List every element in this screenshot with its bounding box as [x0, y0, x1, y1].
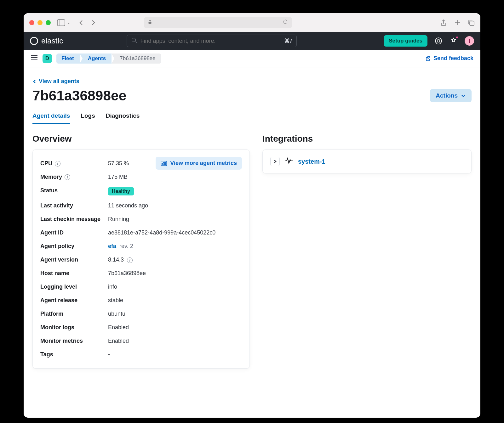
- overview-panel: View more agent metrics CPUi57.35 %Memor…: [32, 149, 250, 369]
- overview-label: Agent policy: [40, 243, 108, 250]
- info-icon[interactable]: i: [127, 257, 133, 263]
- breadcrumb-fleet[interactable]: Fleet: [56, 54, 80, 64]
- svg-rect-18: [162, 163, 163, 165]
- overview-row: Agent releasestable: [40, 294, 242, 307]
- send-feedback-link[interactable]: Send feedback: [425, 55, 473, 62]
- overview-row: Agent IDae88181e-a752-4a8d-999a-4cec0450…: [40, 226, 242, 240]
- overview-value: stable: [108, 297, 242, 304]
- view-more-metrics-button[interactable]: View more agent metrics: [156, 157, 242, 170]
- share-icon[interactable]: [440, 19, 447, 26]
- overview-value: 8.14.3i: [108, 257, 242, 263]
- search-shortcut: ⌘/: [284, 37, 292, 44]
- user-avatar[interactable]: T: [465, 36, 474, 46]
- overview-value: 175 MB: [108, 174, 151, 180]
- overview-row: Monitor metricsEnabled: [40, 334, 242, 348]
- overview-value: info: [108, 284, 242, 290]
- overview-label: Agent ID: [40, 229, 108, 236]
- overview-row: Memoryi175 MB: [40, 170, 151, 184]
- integrations-heading: Integrations: [262, 134, 472, 144]
- notification-dot-icon: [455, 36, 459, 39]
- overview-value: 57.35 %: [108, 160, 151, 167]
- svg-line-10: [436, 39, 438, 40]
- tab-logs[interactable]: Logs: [81, 112, 95, 124]
- chevron-down-icon: [461, 93, 466, 98]
- integration-name[interactable]: system-1: [298, 158, 325, 165]
- overview-label: Tags: [40, 351, 108, 358]
- overview-label: CPUi: [40, 160, 108, 167]
- overview-value: -: [108, 351, 242, 358]
- tab-diagnostics[interactable]: Diagnostics: [106, 112, 140, 124]
- info-icon[interactable]: i: [55, 161, 60, 166]
- overview-label: Status: [40, 187, 108, 194]
- tab-overview-icon[interactable]: [468, 19, 475, 26]
- breadcrumb-current: 7b61a36898ee: [112, 54, 161, 64]
- overview-row: Host name7b61a36898ee: [40, 267, 242, 280]
- overview-row: Agent version8.14.3i: [40, 253, 242, 267]
- sidebar-toggle-icon[interactable]: [57, 19, 65, 26]
- help-icon[interactable]: [434, 37, 443, 45]
- overview-value: 11 seconds ago: [108, 202, 242, 209]
- global-search[interactable]: ⌘/: [127, 35, 297, 47]
- svg-line-13: [436, 42, 438, 43]
- window-minimize-icon[interactable]: [37, 20, 43, 25]
- breadcrumb-agents[interactable]: Agents: [80, 54, 112, 64]
- search-icon: [131, 37, 137, 45]
- new-tab-icon[interactable]: [454, 19, 461, 26]
- actions-button[interactable]: Actions: [430, 89, 472, 102]
- refresh-icon[interactable]: [283, 19, 288, 26]
- sub-header: D Fleet Agents 7b61a36898ee Send feedbac…: [24, 50, 480, 67]
- overview-row: StatusHealthy: [40, 184, 242, 199]
- svg-line-11: [439, 42, 441, 43]
- overview-value: Healthy: [108, 187, 242, 195]
- overview-value: Enabled: [108, 324, 242, 331]
- window-zoom-icon[interactable]: [46, 20, 51, 25]
- nav-forward-icon[interactable]: [90, 20, 96, 25]
- elastic-logo-text: elastic: [41, 37, 63, 45]
- actions-label: Actions: [436, 92, 458, 99]
- overview-label: Monitor logs: [40, 324, 108, 331]
- tabs: Agent details Logs Diagnostics: [32, 112, 472, 124]
- overview-row: Last checkin messageRunning: [40, 212, 242, 226]
- overview-value: 7b61a36898ee: [108, 270, 242, 277]
- elastic-logo[interactable]: elastic: [30, 37, 63, 45]
- integrations-panel: system-1: [262, 149, 472, 173]
- svg-point-6: [132, 38, 136, 42]
- overview-label: Agent version: [40, 257, 108, 263]
- back-to-agents-link[interactable]: View all agents: [32, 78, 472, 85]
- overview-row: CPUi57.35 %: [40, 157, 151, 170]
- page-body: View all agents 7b61a36898ee Actions Age…: [24, 67, 480, 418]
- breadcrumbs: Fleet Agents 7b61a36898ee: [56, 54, 161, 64]
- nav-menu-icon[interactable]: [31, 54, 38, 62]
- svg-rect-19: [163, 162, 164, 165]
- agent-policy-link[interactable]: efa: [108, 243, 116, 249]
- overview-label: Logging level: [40, 284, 108, 290]
- url-bar[interactable]: [144, 17, 292, 28]
- svg-point-9: [437, 40, 440, 42]
- overview-heading: Overview: [32, 134, 250, 144]
- svg-rect-5: [470, 21, 474, 25]
- overview-label: Memoryi: [40, 174, 108, 180]
- info-icon[interactable]: i: [65, 174, 70, 180]
- overview-value: ae88181e-a752-4a8d-999a-4cec045022c0: [108, 229, 242, 236]
- overview-row: Agent policyefarev. 2: [40, 240, 242, 253]
- overview-label: Platform: [40, 311, 108, 317]
- tab-agent-details[interactable]: Agent details: [32, 112, 70, 124]
- nav-back-icon[interactable]: [78, 20, 84, 25]
- overview-value: efarev. 2: [108, 243, 242, 250]
- svg-rect-20: [165, 162, 166, 165]
- elastic-app: elastic ⌘/ Setup guides T: [24, 32, 480, 418]
- window-close-icon[interactable]: [29, 20, 34, 25]
- overview-value: Running: [108, 216, 242, 223]
- integration-icon: [285, 157, 293, 166]
- news-icon[interactable]: [450, 37, 458, 45]
- setup-guides-button[interactable]: Setup guides: [384, 35, 427, 47]
- status-badge: Healthy: [108, 187, 134, 195]
- global-search-input[interactable]: [140, 38, 281, 44]
- space-badge[interactable]: D: [43, 54, 52, 63]
- elastic-logo-icon: [30, 37, 38, 45]
- expand-integration-button[interactable]: [270, 157, 280, 166]
- view-more-metrics-label: View more agent metrics: [170, 160, 237, 166]
- tab-group-dropdown-icon[interactable]: ⌄: [67, 20, 70, 25]
- overview-label: Host name: [40, 270, 108, 277]
- overview-label: Monitor metrics: [40, 338, 108, 344]
